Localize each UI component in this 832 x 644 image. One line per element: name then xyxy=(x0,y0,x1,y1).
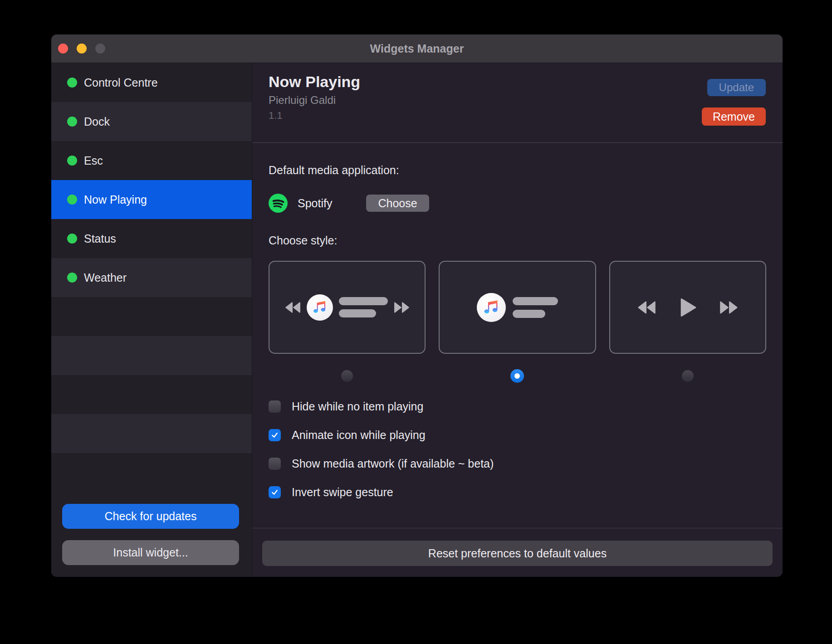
green-status-dot xyxy=(67,273,77,283)
green-status-dot xyxy=(67,234,77,244)
window-title: Widgets Manager xyxy=(51,42,783,55)
sidebar-item-label: Status xyxy=(84,232,116,245)
window-titlebar: Widgets Manager xyxy=(51,34,783,63)
rewind-icon xyxy=(284,301,301,314)
sidebar-item-control-centre[interactable]: Control Centre xyxy=(51,63,252,102)
option-hide-while-no-item[interactable]: Hide while no item playing xyxy=(269,400,766,413)
media-app-row: Spotify Choose xyxy=(269,193,766,213)
widget-author: Pierluigi Galdi xyxy=(269,94,360,107)
sidebar-item-label: Dock xyxy=(84,115,110,128)
green-status-dot xyxy=(67,117,77,127)
sidebar: Control Centre Dock Esc Now Playing xyxy=(51,63,252,576)
minimize-icon[interactable] xyxy=(77,44,87,54)
sidebar-empty-row xyxy=(51,414,252,453)
desktop: Widgets Manager Control Centre Dock xyxy=(0,0,832,644)
install-widget-button[interactable]: Install widget... xyxy=(62,540,239,565)
rewind-icon xyxy=(637,300,656,315)
media-app-name: Spotify xyxy=(298,197,332,210)
option-invert-swipe[interactable]: Invert swipe gesture xyxy=(269,486,766,498)
preferences-section: Default media application: Spotify Choos xyxy=(252,143,783,528)
check-for-updates-button[interactable]: Check for updates xyxy=(62,504,239,529)
style-radio-3[interactable] xyxy=(682,370,694,382)
option-label: Animate icon while playing xyxy=(292,429,426,442)
sidebar-empty-row xyxy=(51,336,252,375)
sidebar-footer: Check for updates Install widget... xyxy=(51,492,252,576)
green-status-dot xyxy=(67,78,77,88)
style-radio-1[interactable] xyxy=(341,370,353,382)
update-button[interactable]: Update xyxy=(707,79,766,96)
checkbox-icon xyxy=(269,458,281,470)
option-animate-icon[interactable]: Animate icon while playing xyxy=(269,429,766,441)
sidebar-empty-row xyxy=(51,297,252,336)
fast-forward-icon xyxy=(719,300,739,315)
style-card-icon-text[interactable] xyxy=(439,261,596,354)
music-note-icon xyxy=(477,293,506,322)
close-icon[interactable] xyxy=(58,44,68,54)
sidebar-item-dock[interactable]: Dock xyxy=(51,102,252,141)
sidebar-item-now-playing[interactable]: Now Playing xyxy=(51,180,252,219)
music-note-icon xyxy=(307,294,333,321)
sidebar-item-label: Now Playing xyxy=(84,193,147,206)
sidebar-item-label: Control Centre xyxy=(84,76,158,89)
sidebar-item-status[interactable]: Status xyxy=(51,219,252,258)
options-group: Hide while no item playing Animate icon … xyxy=(269,400,766,498)
option-label: Hide while no item playing xyxy=(292,400,423,413)
sidebar-item-label: Esc xyxy=(84,154,103,167)
option-label: Invert swipe gesture xyxy=(292,486,393,499)
fast-forward-icon xyxy=(394,301,410,314)
style-cards xyxy=(269,261,766,354)
reset-preferences-button[interactable]: Reset preferences to default values xyxy=(262,541,773,566)
sidebar-item-weather[interactable]: Weather xyxy=(51,258,252,297)
content-footer: Reset preferences to default values xyxy=(252,528,783,576)
play-icon xyxy=(678,297,698,318)
page-title: Now Playing xyxy=(269,73,360,91)
text-placeholder-bars xyxy=(339,297,388,317)
sidebar-item-label: Weather xyxy=(84,271,127,284)
style-card-controls-icon-text[interactable] xyxy=(269,261,426,354)
text-placeholder-bars xyxy=(513,297,558,318)
sidebar-empty-row xyxy=(51,453,252,492)
checkbox-icon xyxy=(269,486,281,498)
widget-detail-pane: Now Playing Pierluigi Galdi 1.1 Update R… xyxy=(252,63,783,576)
checkbox-icon xyxy=(269,400,281,413)
sidebar-item-esc[interactable]: Esc xyxy=(51,141,252,180)
style-radio-2[interactable] xyxy=(510,369,524,383)
widget-list: Control Centre Dock Esc Now Playing xyxy=(51,63,252,492)
green-status-dot xyxy=(67,195,77,205)
option-label: Show media artwork (if available ~ beta) xyxy=(292,457,494,470)
widget-header: Now Playing Pierluigi Galdi 1.1 Update R… xyxy=(252,63,783,143)
zoom-icon[interactable] xyxy=(95,44,105,54)
option-show-artwork[interactable]: Show media artwork (if available ~ beta) xyxy=(269,457,766,470)
widgets-manager-window: Widgets Manager Control Centre Dock xyxy=(51,34,783,577)
style-radio-group xyxy=(269,369,766,383)
checkbox-icon xyxy=(269,429,281,441)
sidebar-empty-row xyxy=(51,375,252,414)
spotify-icon xyxy=(269,194,288,213)
default-media-app-label: Default media application: xyxy=(269,164,766,177)
remove-button[interactable]: Remove xyxy=(702,107,766,126)
style-card-controls-only[interactable] xyxy=(609,261,766,354)
traffic-lights xyxy=(51,44,105,54)
choose-style-label: Choose style: xyxy=(269,234,766,247)
green-status-dot xyxy=(67,156,77,166)
widget-version: 1.1 xyxy=(269,110,360,122)
choose-app-button[interactable]: Choose xyxy=(366,195,429,212)
